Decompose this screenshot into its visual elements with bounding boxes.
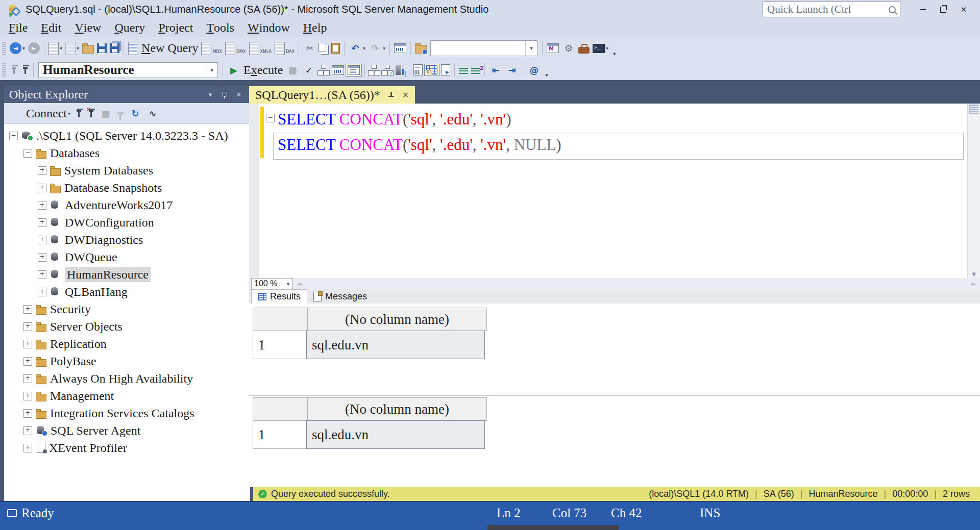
filter-icon-button[interactable] [115,110,126,117]
code-line-1[interactable]: SELECT CONCAT('sql', '.edu', '.vn') [278,107,561,132]
connect-icon-button[interactable] [8,64,19,76]
chevron-down-icon[interactable]: ▾ [68,111,70,116]
expand-icon[interactable]: + [38,270,46,279]
tree-item-adventureworks2017[interactable]: +AdventureWorks2017 [4,196,250,214]
expand-icon[interactable]: + [38,288,46,296]
estimated-plan-icon-button[interactable] [317,64,330,76]
parse-icon-button[interactable]: ✓ [301,62,317,78]
row-number-cell[interactable]: 1 [253,331,307,359]
dmx-query-icon-button[interactable]: DMX [224,41,248,56]
column-header[interactable]: (No column name) [307,308,487,331]
query-window-icon-button[interactable] [393,42,408,54]
menu-tools[interactable]: Tools [200,19,241,37]
auto-hide-pin-icon[interactable] [217,91,232,98]
toolbar-grip[interactable] [2,63,6,77]
tree-item-integration-services-catalogs[interactable]: +Integration Services Catalogs [4,405,250,422]
editor-vertical-scrollbar[interactable]: ▼ [967,104,980,278]
pin-tab-icon[interactable] [387,91,395,99]
tree-item-sql-server-agent[interactable]: +SQL Server Agent [4,422,250,439]
restore-button[interactable] [934,2,952,17]
tree-item-database-snapshots[interactable]: +Database Snapshots [4,179,250,196]
expand-icon[interactable]: + [38,201,46,210]
activity-monitor-icon-button[interactable] [413,42,428,55]
scroll-left-icon[interactable]: ◄ [293,281,305,287]
expand-icon[interactable]: + [23,374,32,383]
find-combo[interactable]: ▾ [430,40,537,56]
tab-messages[interactable]: Messages [307,290,373,304]
undo-icon-button[interactable]: ↶▾ [347,41,367,56]
expand-icon[interactable]: + [38,166,46,175]
database-combo[interactable]: HumanResource▾ [38,62,218,78]
tree-item-xevent-profiler[interactable]: +XEvent Profiler [4,439,250,457]
toolbox-icon-button[interactable] [577,42,591,55]
tree-item-system-databases[interactable]: +System Databases [4,162,250,179]
value-cell[interactable]: sql.edu.vn [306,331,485,359]
splitter-grip-icon[interactable] [969,105,978,114]
comment-lines-icon-button[interactable] [457,64,470,76]
menu-query[interactable]: Query [108,19,152,37]
open-file-icon-button[interactable] [81,42,95,55]
chevron-down-icon[interactable]: ▾ [525,41,537,56]
toolbar2-overflow[interactable]: ▾ [545,72,548,81]
expand-icon[interactable]: + [23,357,32,366]
sql-code[interactable]: SELECT CONCAT('sql', '.edu', '.vn')SELEC… [278,107,561,158]
value-cell[interactable]: sql.edu.vn [306,420,485,449]
toolbar-grip[interactable] [2,42,6,55]
close-tab-icon[interactable]: ✕ [402,90,409,100]
editor-zoom-select[interactable]: 100 % ▾ [251,278,293,290]
expand-icon[interactable]: + [38,253,46,262]
connect-plug-icon-button[interactable] [73,107,84,119]
expand-icon[interactable]: + [23,392,32,400]
scroll-down-icon[interactable]: ▼ [968,271,980,277]
chevron-down-icon[interactable]: ▾ [206,63,217,78]
results-to-file-icon-button[interactable] [439,63,452,77]
activity-pulse-icon-button[interactable]: ∿ [144,106,161,121]
menu-help[interactable]: Help [297,19,334,37]
tree-item-qlbanhang[interactable]: +QLBanHang [4,283,250,300]
grid-corner-cell[interactable] [253,397,308,421]
mdx-query-icon-button[interactable]: MDX [200,41,224,56]
quick-launch-input[interactable]: Quick Launch (Ctrl [763,2,900,17]
tab-sqlquery1[interactable]: SQLQuery1…(SA (56))* ✕ [249,86,415,104]
tree-item-dwqueue[interactable]: +DWQueue [4,248,250,266]
expand-icon[interactable]: + [23,409,32,418]
chevron-down-icon[interactable]: ▾ [383,45,385,51]
expand-icon[interactable]: + [23,444,32,452]
change-connection-icon-button[interactable] [19,64,31,76]
intellisense-icon-button[interactable] [346,64,362,77]
chevron-down-icon[interactable]: ▾ [363,45,365,51]
close-button[interactable] [954,2,973,17]
code-editor[interactable]: − SELECT CONCAT('sql', '.edu', '.vn')SEL… [249,104,980,278]
increase-indent-icon-button[interactable]: ⇥ [504,62,520,78]
new-project-icon-button[interactable]: ▾ [47,41,64,56]
menu-project[interactable]: Project [152,19,200,37]
chevron-down-icon[interactable]: ▾ [22,45,25,51]
tree-item-replication[interactable]: +Replication [4,335,250,352]
tree-item-security[interactable]: +Security [4,300,250,318]
actual-plan-icon-button[interactable] [368,64,381,76]
refresh-icon-button[interactable]: ↻ [127,106,143,121]
execute-button[interactable]: ▶Execute [226,62,284,78]
collapse-icon[interactable]: − [9,132,18,140]
connect-button[interactable]: Connect▾ [8,106,72,121]
expand-icon[interactable]: + [38,184,46,192]
navigate-forward-icon-button[interactable]: ► [27,41,41,55]
results-to-grid-icon-button[interactable] [424,64,439,76]
close-panel-icon[interactable]: ✕ [232,91,246,98]
chevron-down-icon[interactable]: ▾ [77,45,79,51]
scroll-right-icon[interactable]: ► [968,281,980,287]
tree-item-always-on-high-availability[interactable]: +Always On High Availability [4,370,250,387]
expand-icon[interactable]: + [23,340,32,348]
save-icon-button[interactable] [95,42,108,54]
tree-item-server-objects[interactable]: +Server Objects [4,318,250,335]
tree-item-polybase[interactable]: +PolyBase [4,352,250,370]
new-query-button[interactable]: New Query [127,40,200,56]
tree-item-databases[interactable]: −Databases [4,144,250,162]
results-to-text-icon-button[interactable] [412,63,424,77]
column-header[interactable]: (No column name) [307,397,487,421]
add-item-icon-button[interactable]: ▾ [64,41,81,56]
grid-corner-cell[interactable] [253,308,308,331]
collapse-region-icon[interactable]: − [266,114,275,122]
expand-icon[interactable]: + [38,218,46,227]
tree-item-humanresource[interactable]: +HumanResource [4,266,250,283]
